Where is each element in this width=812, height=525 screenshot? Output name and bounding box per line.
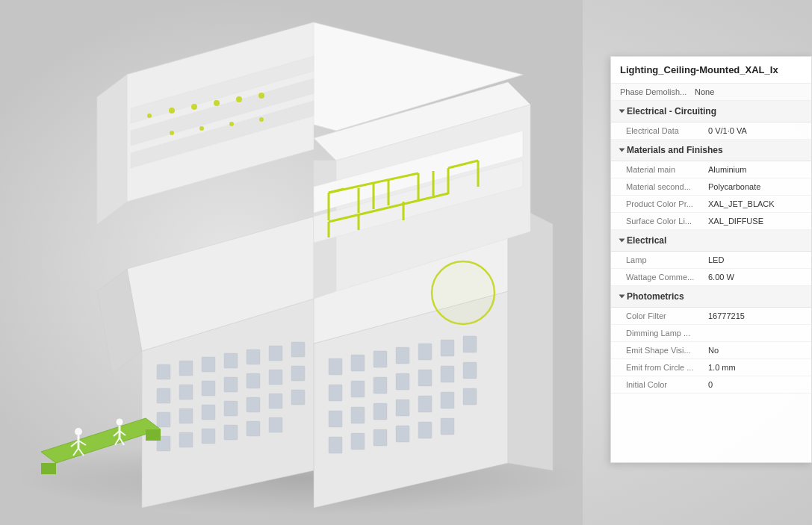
group-header-materials-finishes[interactable]: Materials and Finishes [611,140,811,161]
svg-rect-12 [418,344,432,360]
svg-rect-60 [247,421,260,436]
svg-rect-47 [269,370,282,385]
svg-point-104 [75,428,82,435]
svg-rect-8 [329,358,342,375]
group-label-photometrics: Photometrics [627,291,684,302]
prop-value-material-main: Aluminium [708,165,802,174]
svg-rect-17 [374,377,387,394]
group-label-electrical: Electrical [627,235,666,246]
prop-value-emit-circle: 1.0 mm [708,363,802,372]
prop-value-initial-color: 0 [708,380,802,389]
svg-rect-36 [179,361,193,376]
triangle-icon-materials-finishes [619,149,625,152]
property-row: Dimming Lamp ... [611,325,811,342]
property-row: Lamp LED [611,252,811,269]
prop-label-wattage: Wattage Comme... [626,273,708,282]
svg-marker-86 [97,75,127,224]
svg-rect-26 [418,396,432,412]
prop-value-emit-shape: No [708,346,802,355]
property-row: Material second... Polycarbonate [611,178,811,196]
svg-rect-58 [202,429,215,444]
svg-rect-16 [351,381,365,397]
svg-rect-22 [329,411,342,427]
group-header-electrical[interactable]: Electrical [611,230,811,252]
svg-rect-38 [224,353,238,368]
svg-point-100 [432,261,495,324]
property-row: Color Filter 16777215 [611,308,811,325]
svg-rect-9 [351,355,365,371]
svg-marker-103 [146,429,161,441]
svg-rect-10 [374,351,387,367]
svg-rect-42 [157,388,170,403]
phase-row: Phase Demolish... None [611,84,811,101]
svg-point-95 [170,131,174,135]
property-row: Product Color Pr... XAL_JET_BLACK [611,196,811,213]
svg-rect-51 [202,405,215,420]
svg-rect-20 [441,366,454,382]
svg-rect-44 [202,381,215,396]
svg-rect-21 [463,362,477,379]
property-row: Emit from Circle ... 1.0 mm [611,359,811,376]
prop-value-wattage: 6.00 W [708,273,802,282]
svg-point-94 [258,93,264,99]
svg-rect-19 [418,370,432,386]
prop-label-initial-color: Initial Color [626,380,708,389]
svg-rect-61 [269,417,282,432]
svg-point-92 [214,100,220,106]
property-row: Surface Color Li... XAL_DIFFUSE [611,213,811,230]
svg-rect-43 [179,385,193,400]
svg-rect-55 [291,390,305,405]
svg-rect-57 [179,432,193,447]
svg-rect-25 [396,400,409,416]
prop-label: Electrical Data [626,126,708,135]
prop-value: 0 V/1·0 VA [708,126,802,135]
svg-rect-35 [157,364,170,379]
group-photometrics-properties: Color Filter 16777215 Dimming Lamp ... E… [611,308,811,394]
phase-label: Phase Demolish... [620,87,695,96]
prop-label-dimming: Dimming Lamp ... [626,329,708,338]
prop-label-lamp: Lamp [626,255,708,264]
prop-label-product-color: Product Color Pr... [626,199,708,208]
svg-rect-11 [396,347,409,364]
triangle-icon-electrical-circuiting [619,110,625,114]
property-row: Material main Aluminium [611,161,811,178]
group-header-electrical-circuiting[interactable]: Electrical - Circuiting [611,101,811,122]
svg-rect-49 [157,412,170,427]
svg-point-91 [191,104,197,110]
group-materials-finishes-properties: Material main Aluminium Material second.… [611,161,811,230]
svg-rect-15 [329,385,342,401]
svg-point-99 [147,114,152,118]
group-label-electrical-circuiting: Electrical - Circuiting [627,106,716,117]
svg-rect-23 [351,407,365,423]
group-electrical-properties: Lamp LED Wattage Comme... 6.00 W [611,252,811,286]
property-row: Emit Shape Visi... No [611,342,811,359]
svg-rect-53 [247,397,260,412]
group-label-materials-finishes: Materials and Finishes [627,145,723,155]
prop-value-material-second: Polycarbonate [708,182,802,191]
svg-rect-59 [224,425,238,440]
prop-value-lamp: LED [708,255,802,264]
group-electrical-circuiting-properties: Electrical Data 0 V/1·0 VA [611,122,811,140]
property-row: Initial Color 0 [611,376,811,394]
group-header-photometrics[interactable]: Photometrics [611,286,811,308]
svg-point-97 [229,122,234,126]
property-row: Wattage Comme... 6.00 W [611,269,811,286]
svg-rect-30 [351,433,365,450]
svg-rect-39 [247,350,260,364]
building-scene [0,0,583,525]
prop-value-surface-color: XAL_DIFFUSE [708,217,802,226]
svg-rect-27 [441,392,454,408]
panel-title: Lighting_Ceiling-Mounted_XAL_Ix [611,57,811,84]
properties-panel: Lighting_Ceiling-Mounted_XAL_Ix Phase De… [610,56,812,463]
svg-point-93 [236,96,242,102]
prop-label-material-main: Material main [626,165,708,174]
prop-label-emit-circle: Emit from Circle ... [626,363,708,372]
svg-marker-4 [508,202,553,470]
svg-rect-28 [463,388,477,405]
svg-rect-52 [224,401,238,416]
svg-rect-46 [247,373,260,388]
prop-label-material-second: Material second... [626,182,708,191]
svg-rect-45 [224,377,238,392]
triangle-icon-photometrics [619,295,625,299]
triangle-icon-electrical [619,239,625,243]
